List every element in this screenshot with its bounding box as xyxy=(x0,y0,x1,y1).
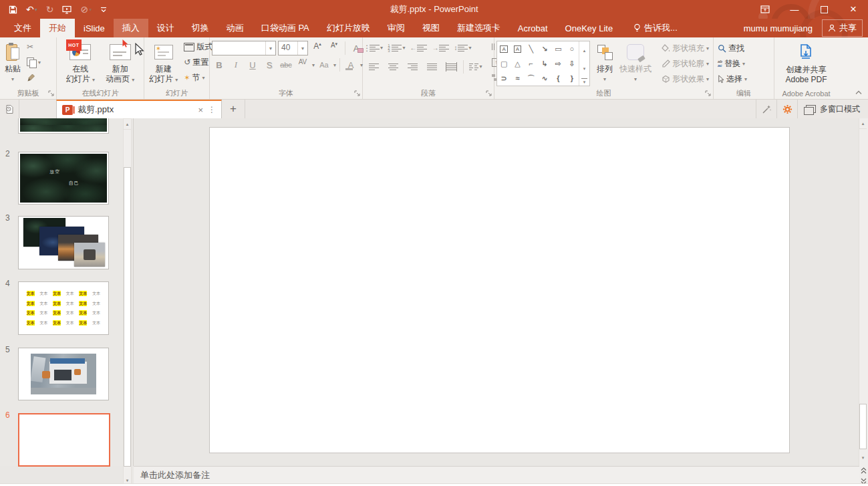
account-name[interactable]: mumu mumujiang xyxy=(744,23,813,33)
close-button[interactable]: × xyxy=(839,0,868,19)
ribbon-tab[interactable]: iSlide xyxy=(75,19,114,37)
collapse-ribbon-button[interactable] xyxy=(855,90,863,95)
shape-item[interactable]: A xyxy=(497,41,511,56)
font-size-dropdown-icon[interactable]: ▾ xyxy=(297,41,307,55)
paragraph-dialog-launcher[interactable] xyxy=(486,90,492,97)
slide-thumbnail-6-selected[interactable] xyxy=(18,413,110,467)
decrease-font-size-button[interactable]: A▾ xyxy=(327,41,341,55)
shape-item[interactable]: ⇩ xyxy=(565,56,579,71)
ribbon-display-options-button[interactable] xyxy=(750,0,780,19)
font-name-combobox[interactable]: ▾ xyxy=(212,41,276,55)
shape-item[interactable]: △ xyxy=(511,56,524,71)
panel-scrollbar[interactable]: ▴ ▾ xyxy=(123,118,132,486)
italic-button[interactable]: I xyxy=(229,58,243,72)
slide-canvas[interactable] xyxy=(209,127,790,453)
select-button[interactable]: 选择▾ xyxy=(716,72,749,86)
ribbon-tab[interactable]: 设计 xyxy=(148,19,183,37)
shape-item[interactable]: ⌐ xyxy=(525,56,538,71)
shape-item[interactable]: A xyxy=(511,41,524,56)
start-slideshow-button[interactable] xyxy=(60,2,74,17)
document-tab-close-icon[interactable]: × xyxy=(198,105,203,115)
slide-thumbnail-5[interactable] xyxy=(18,348,109,400)
change-case-button[interactable]: Aa xyxy=(317,58,331,72)
panel-scroll-up-arrow[interactable]: ▴ xyxy=(124,119,131,130)
shape-item[interactable]: } xyxy=(565,71,579,86)
numbering-button[interactable]: 1 2 3▾ xyxy=(386,41,406,55)
ribbon-tab[interactable]: OneKey Lite xyxy=(557,19,622,37)
ribbon-tab[interactable]: 新建选项卡 xyxy=(448,19,509,37)
ribbon-tab[interactable]: 动画 xyxy=(218,19,253,37)
shape-item[interactable]: ↘ xyxy=(538,41,551,56)
redo-button[interactable]: ↻ xyxy=(44,2,56,17)
shape-gallery-more[interactable]: ▾ xyxy=(581,78,587,86)
shape-outline-button[interactable]: 形状轮廓▾ xyxy=(660,56,711,71)
shape-fill-button[interactable]: 形状填充▾ xyxy=(660,41,711,55)
shape-item[interactable]: ↳ xyxy=(538,56,551,71)
tab-tell-me[interactable]: 告诉我... xyxy=(625,19,686,37)
decrease-indent-button[interactable]: ← xyxy=(408,41,428,55)
shape-item[interactable]: ╲ xyxy=(525,41,538,56)
shape-effects-button[interactable]: 形状效果▾ xyxy=(660,72,711,86)
shape-scroll-down[interactable]: ▾ xyxy=(579,60,589,79)
align-left-button[interactable] xyxy=(365,59,382,74)
slide-thumbnail-2[interactable]: 放空 自己 xyxy=(18,152,109,205)
notes-bar[interactable]: 单击此处添加备注 xyxy=(134,466,859,484)
increase-font-size-button[interactable]: A▴ xyxy=(310,41,325,55)
ribbon-tab[interactable]: 审阅 xyxy=(379,19,414,37)
ribbon-tab[interactable]: Acrobat xyxy=(509,19,557,37)
underline-button[interactable]: U xyxy=(245,58,260,72)
new-document-tab-button[interactable]: + xyxy=(222,100,245,118)
notes-placeholder[interactable]: 单击此处添加备注 xyxy=(134,469,210,481)
document-tab-menu-icon[interactable]: ⋮ xyxy=(208,105,216,114)
create-share-pdf-button[interactable]: 创建并共享 Adobe PDF xyxy=(782,39,829,85)
main-scrollbar[interactable]: ▴ ▾ xyxy=(859,118,868,486)
share-button[interactable]: 共享 xyxy=(822,19,863,37)
new-slide-button[interactable]: 新建 幻灯片 ▾ xyxy=(146,39,180,85)
disabled-command-button[interactable]: ⊘▾ xyxy=(78,2,94,17)
clipboard-dialog-launcher[interactable] xyxy=(48,90,55,97)
maximize-button[interactable] xyxy=(809,0,839,19)
undo-button[interactable]: ↶▾ xyxy=(24,2,39,17)
main-scroll-up-arrow[interactable]: ▴ xyxy=(859,118,867,129)
customize-qat-button[interactable] xyxy=(98,2,109,17)
ribbon-tab[interactable]: 视图 xyxy=(414,19,448,37)
shape-item[interactable]: ∿ xyxy=(538,71,551,86)
main-scrollbar-thumb[interactable] xyxy=(859,404,867,449)
quick-styles-button[interactable]: 快速样式 ▾ xyxy=(617,39,654,84)
copy-button[interactable]: ▾ xyxy=(25,55,43,70)
ribbon-tab[interactable]: 开始 xyxy=(40,19,75,37)
wand-button[interactable] xyxy=(756,100,776,118)
character-spacing-dropdown-icon[interactable]: ▾ xyxy=(312,62,315,68)
replace-button[interactable]: abac 替换▾ xyxy=(716,56,749,71)
align-right-button[interactable] xyxy=(404,59,421,74)
slide-thumbnail-3[interactable] xyxy=(18,216,109,269)
ribbon-tab[interactable]: 文件 xyxy=(5,19,40,37)
find-button[interactable]: 查找 xyxy=(716,41,749,55)
online-slides-button[interactable]: HOT 在线 幻灯片 ▾ xyxy=(63,39,98,85)
settings-gear-button[interactable] xyxy=(776,100,797,118)
columns-button[interactable]: ▾ xyxy=(467,59,484,74)
font-dialog-launcher[interactable] xyxy=(354,90,361,97)
character-spacing-button[interactable]: AV xyxy=(295,58,310,72)
slide-thumbnail-1[interactable] xyxy=(18,118,109,134)
drawing-dialog-launcher[interactable] xyxy=(705,90,712,97)
font-name-dropdown-icon[interactable]: ▾ xyxy=(265,41,275,55)
cut-button[interactable]: ✂ xyxy=(25,39,43,54)
change-case-dropdown-icon[interactable]: ▾ xyxy=(333,62,336,68)
bold-button[interactable]: B xyxy=(212,58,227,72)
minimize-button[interactable]: — xyxy=(780,0,809,19)
main-scroll-down-arrow[interactable]: ▾ xyxy=(859,453,867,463)
bullets-button[interactable]: • • •▾ xyxy=(365,41,384,55)
recent-documents-button[interactable] xyxy=(0,100,19,118)
strikethrough-button[interactable]: abc xyxy=(279,58,293,72)
align-center-button[interactable] xyxy=(384,59,402,74)
shape-scroll-up[interactable]: ▴ xyxy=(579,41,589,60)
previous-slide-button[interactable] xyxy=(859,466,868,475)
multi-window-mode-button[interactable]: 多窗口模式 xyxy=(797,100,868,118)
shape-item[interactable]: ⇨ xyxy=(551,56,565,71)
document-tab-active[interactable]: P 裁剪.pptx × ⋮ xyxy=(56,100,222,118)
shape-item[interactable]: ▢ xyxy=(497,56,511,71)
slide-thumbnail-4[interactable]: 文本文本文本文本文本文本文本文本文本文本文本文本文本文本文本文本文本文本文本文本… xyxy=(18,281,109,335)
undo-dropdown-icon[interactable]: ▾ xyxy=(35,7,37,13)
shape-item[interactable]: ○ xyxy=(565,41,579,56)
